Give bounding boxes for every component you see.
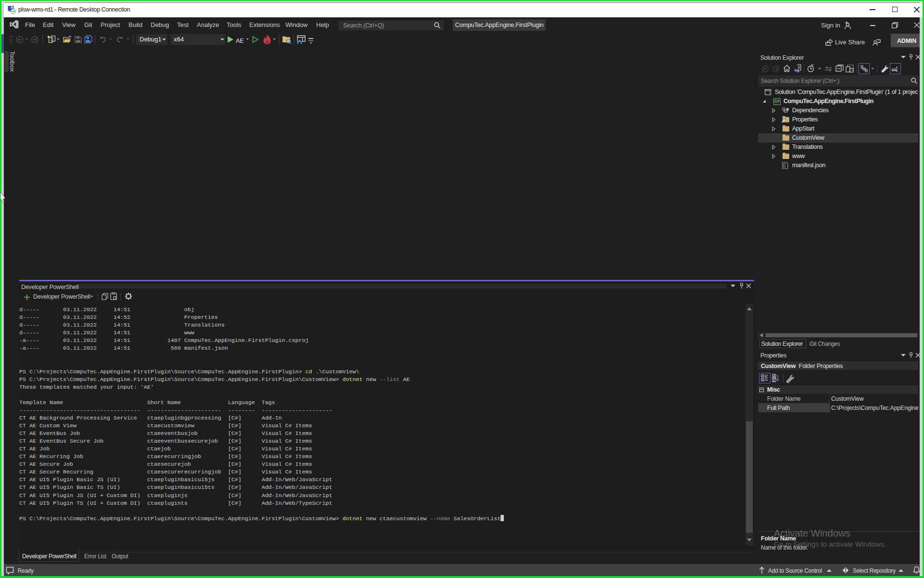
svg-text:Z: Z — [773, 379, 775, 382]
svg-text:A: A — [773, 374, 775, 378]
